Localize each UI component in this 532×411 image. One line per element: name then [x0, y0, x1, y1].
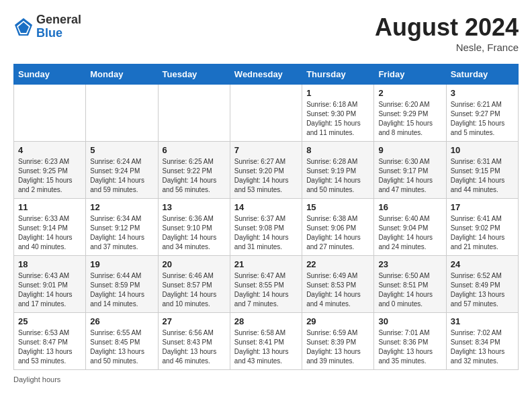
day-info: Sunrise: 7:01 AM Sunset: 8:36 PM Dayligh… — [378, 328, 441, 366]
day-number: 8 — [306, 145, 369, 155]
month-year-title: August 2024 — [375, 13, 519, 42]
page-header: General Blue August 2024 Nesle, France — [13, 13, 519, 53]
day-number: 4 — [18, 145, 81, 155]
day-number: 14 — [234, 202, 298, 212]
day-number: 31 — [451, 316, 514, 326]
day-info: Sunrise: 6:43 AM Sunset: 9:01 PM Dayligh… — [18, 271, 81, 309]
day-info: Sunrise: 6:52 AM Sunset: 8:49 PM Dayligh… — [451, 271, 514, 309]
day-info: Sunrise: 6:18 AM Sunset: 9:30 PM Dayligh… — [306, 100, 369, 138]
calendar-day-cell: 20Sunrise: 6:46 AM Sunset: 8:57 PM Dayli… — [158, 256, 230, 313]
calendar-day-cell: 28Sunrise: 6:58 AM Sunset: 8:41 PM Dayli… — [230, 313, 302, 370]
calendar-day-cell: 2Sunrise: 6:20 AM Sunset: 9:29 PM Daylig… — [374, 85, 446, 142]
day-info: Sunrise: 6:53 AM Sunset: 8:47 PM Dayligh… — [18, 328, 81, 366]
calendar-day-cell — [158, 85, 230, 142]
calendar-day-cell: 13Sunrise: 6:36 AM Sunset: 9:10 PM Dayli… — [158, 199, 230, 256]
day-number: 21 — [234, 259, 298, 269]
day-number: 19 — [90, 259, 153, 269]
day-number: 10 — [451, 145, 514, 155]
calendar-day-cell: 30Sunrise: 7:01 AM Sunset: 8:36 PM Dayli… — [374, 313, 446, 370]
calendar-day-cell: 7Sunrise: 6:27 AM Sunset: 9:20 PM Daylig… — [230, 142, 302, 199]
day-info: Sunrise: 6:49 AM Sunset: 8:53 PM Dayligh… — [306, 271, 369, 309]
calendar-day-cell: 10Sunrise: 6:31 AM Sunset: 9:15 PM Dayli… — [446, 142, 518, 199]
weekday-header-row: SundayMondayTuesdayWednesdayThursdayFrid… — [14, 64, 519, 85]
day-info: Sunrise: 6:30 AM Sunset: 9:17 PM Dayligh… — [378, 157, 441, 195]
day-number: 12 — [90, 202, 153, 212]
calendar-week-row: 25Sunrise: 6:53 AM Sunset: 8:47 PM Dayli… — [14, 313, 519, 370]
day-number: 3 — [451, 88, 514, 98]
calendar-day-cell: 17Sunrise: 6:41 AM Sunset: 9:02 PM Dayli… — [446, 199, 518, 256]
day-info: Sunrise: 6:21 AM Sunset: 9:27 PM Dayligh… — [451, 100, 514, 138]
calendar-day-cell: 8Sunrise: 6:28 AM Sunset: 9:19 PM Daylig… — [302, 142, 374, 199]
logo: General Blue — [13, 13, 81, 40]
calendar-day-cell — [86, 85, 158, 142]
weekday-header: Thursday — [302, 64, 374, 85]
day-info: Sunrise: 6:58 AM Sunset: 8:41 PM Dayligh… — [234, 328, 298, 366]
calendar-day-cell: 4Sunrise: 6:23 AM Sunset: 9:25 PM Daylig… — [14, 142, 86, 199]
day-info: Sunrise: 6:37 AM Sunset: 9:08 PM Dayligh… — [234, 214, 298, 252]
calendar-day-cell: 18Sunrise: 6:43 AM Sunset: 9:01 PM Dayli… — [14, 256, 86, 313]
calendar-day-cell: 16Sunrise: 6:40 AM Sunset: 9:04 PM Dayli… — [374, 199, 446, 256]
day-info: Sunrise: 6:38 AM Sunset: 9:06 PM Dayligh… — [306, 214, 369, 252]
day-info: Sunrise: 6:59 AM Sunset: 8:39 PM Dayligh… — [306, 328, 369, 366]
day-info: Sunrise: 6:55 AM Sunset: 8:45 PM Dayligh… — [90, 328, 153, 366]
day-info: Sunrise: 6:28 AM Sunset: 9:19 PM Dayligh… — [306, 157, 369, 195]
day-number: 17 — [451, 202, 514, 212]
calendar-table: SundayMondayTuesdayWednesdayThursdayFrid… — [13, 64, 519, 370]
day-number: 20 — [163, 259, 226, 269]
weekday-header: Monday — [86, 64, 158, 85]
day-info: Sunrise: 6:23 AM Sunset: 9:25 PM Dayligh… — [18, 157, 81, 195]
day-info: Sunrise: 6:41 AM Sunset: 9:02 PM Dayligh… — [451, 214, 514, 252]
calendar-day-cell: 14Sunrise: 6:37 AM Sunset: 9:08 PM Dayli… — [230, 199, 302, 256]
calendar-day-cell: 22Sunrise: 6:49 AM Sunset: 8:53 PM Dayli… — [302, 256, 374, 313]
day-number: 11 — [18, 202, 81, 212]
day-number: 24 — [451, 259, 514, 269]
location-subtitle: Nesle, France — [375, 42, 519, 53]
calendar-week-row: 11Sunrise: 6:33 AM Sunset: 9:14 PM Dayli… — [14, 199, 519, 256]
day-number: 13 — [163, 202, 226, 212]
logo-text: General Blue — [36, 13, 81, 40]
calendar-day-cell — [230, 85, 302, 142]
day-number: 2 — [378, 88, 441, 98]
calendar-week-row: 1Sunrise: 6:18 AM Sunset: 9:30 PM Daylig… — [14, 85, 519, 142]
calendar-day-cell: 19Sunrise: 6:44 AM Sunset: 8:59 PM Dayli… — [86, 256, 158, 313]
day-info: Sunrise: 7:02 AM Sunset: 8:34 PM Dayligh… — [451, 328, 514, 366]
weekday-header: Saturday — [446, 64, 518, 85]
calendar-week-row: 4Sunrise: 6:23 AM Sunset: 9:25 PM Daylig… — [14, 142, 519, 199]
footer-note: Daylight hours — [13, 375, 519, 383]
day-number: 15 — [306, 202, 369, 212]
day-info: Sunrise: 6:46 AM Sunset: 8:57 PM Dayligh… — [163, 271, 226, 309]
day-number: 1 — [306, 88, 369, 98]
calendar-day-cell: 5Sunrise: 6:24 AM Sunset: 9:24 PM Daylig… — [86, 142, 158, 199]
calendar-day-cell: 21Sunrise: 6:47 AM Sunset: 8:55 PM Dayli… — [230, 256, 302, 313]
calendar-day-cell: 24Sunrise: 6:52 AM Sunset: 8:49 PM Dayli… — [446, 256, 518, 313]
calendar-day-cell: 26Sunrise: 6:55 AM Sunset: 8:45 PM Dayli… — [86, 313, 158, 370]
day-info: Sunrise: 6:40 AM Sunset: 9:04 PM Dayligh… — [378, 214, 441, 252]
calendar-day-cell: 27Sunrise: 6:56 AM Sunset: 8:43 PM Dayli… — [158, 313, 230, 370]
calendar-week-row: 18Sunrise: 6:43 AM Sunset: 9:01 PM Dayli… — [14, 256, 519, 313]
day-number: 16 — [378, 202, 441, 212]
day-number: 22 — [306, 259, 369, 269]
day-number: 5 — [90, 145, 153, 155]
day-number: 28 — [234, 316, 298, 326]
calendar-day-cell: 11Sunrise: 6:33 AM Sunset: 9:14 PM Dayli… — [14, 199, 86, 256]
calendar-day-cell: 15Sunrise: 6:38 AM Sunset: 9:06 PM Dayli… — [302, 199, 374, 256]
calendar-day-cell: 3Sunrise: 6:21 AM Sunset: 9:27 PM Daylig… — [446, 85, 518, 142]
calendar-day-cell: 12Sunrise: 6:34 AM Sunset: 9:12 PM Dayli… — [86, 199, 158, 256]
calendar-day-cell: 25Sunrise: 6:53 AM Sunset: 8:47 PM Dayli… — [14, 313, 86, 370]
weekday-header: Tuesday — [158, 64, 230, 85]
calendar-day-cell: 1Sunrise: 6:18 AM Sunset: 9:30 PM Daylig… — [302, 85, 374, 142]
day-info: Sunrise: 6:27 AM Sunset: 9:20 PM Dayligh… — [234, 157, 298, 195]
calendar-day-cell: 23Sunrise: 6:50 AM Sunset: 8:51 PM Dayli… — [374, 256, 446, 313]
weekday-header: Sunday — [14, 64, 86, 85]
day-info: Sunrise: 6:31 AM Sunset: 9:15 PM Dayligh… — [451, 157, 514, 195]
day-number: 23 — [378, 259, 441, 269]
logo-general-text: General — [36, 13, 81, 27]
day-number: 26 — [90, 316, 153, 326]
logo-icon — [13, 17, 34, 37]
title-block: August 2024 Nesle, France — [375, 13, 519, 53]
calendar-day-cell: 31Sunrise: 7:02 AM Sunset: 8:34 PM Dayli… — [446, 313, 518, 370]
day-number: 9 — [378, 145, 441, 155]
calendar-day-cell: 29Sunrise: 6:59 AM Sunset: 8:39 PM Dayli… — [302, 313, 374, 370]
day-number: 6 — [163, 145, 226, 155]
weekday-header: Wednesday — [230, 64, 302, 85]
